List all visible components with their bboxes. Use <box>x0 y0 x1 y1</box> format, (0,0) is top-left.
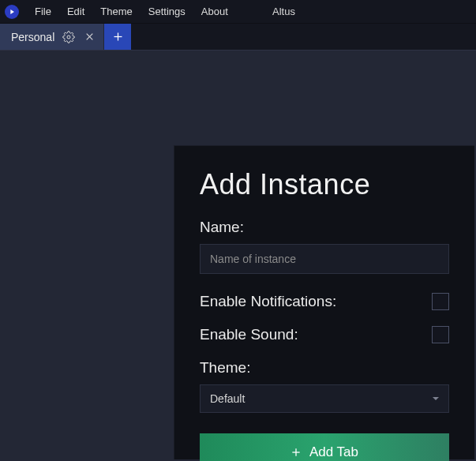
tab-label: Personal <box>11 31 54 43</box>
add-tab-button-label: Add Tab <box>309 444 358 460</box>
menu-settings[interactable]: Settings <box>141 2 193 21</box>
add-tab-submit-button[interactable]: Add Tab <box>200 433 449 461</box>
enable-notifications-row: Enable Notifications: <box>200 293 449 310</box>
menu-bar: File Edit Theme Settings About Altus <box>0 0 476 24</box>
menu-file[interactable]: File <box>27 2 59 21</box>
menu-edit[interactable]: Edit <box>59 2 92 21</box>
theme-select[interactable]: Default <box>200 384 449 413</box>
add-tab-button[interactable] <box>104 24 131 50</box>
menu-theme[interactable]: Theme <box>92 2 140 21</box>
panel-title: Add Instance <box>200 168 449 201</box>
menu-about[interactable]: About <box>193 2 236 21</box>
plus-icon <box>290 447 302 458</box>
tab-personal[interactable]: Personal <box>0 24 104 50</box>
name-input[interactable] <box>200 244 449 274</box>
chevron-down-icon <box>433 397 439 400</box>
enable-notifications-checkbox[interactable] <box>432 293 449 310</box>
enable-sound-row: Enable Sound: <box>200 326 449 343</box>
gear-icon[interactable] <box>62 31 75 43</box>
content-area: Add Instance Name: Enable Notifications:… <box>0 51 476 461</box>
enable-sound-label: Enable Sound: <box>200 326 298 343</box>
tab-strip: Personal <box>0 24 476 51</box>
enable-notifications-label: Enable Notifications: <box>200 293 336 310</box>
theme-selected-value: Default <box>210 392 245 405</box>
theme-label: Theme: <box>200 359 449 377</box>
add-instance-panel: Add Instance Name: Enable Notifications:… <box>174 145 474 459</box>
name-label: Name: <box>200 219 449 236</box>
svg-point-0 <box>67 36 70 39</box>
enable-sound-checkbox[interactable] <box>432 326 449 343</box>
close-icon[interactable] <box>83 31 96 43</box>
app-logo-icon <box>5 5 19 19</box>
